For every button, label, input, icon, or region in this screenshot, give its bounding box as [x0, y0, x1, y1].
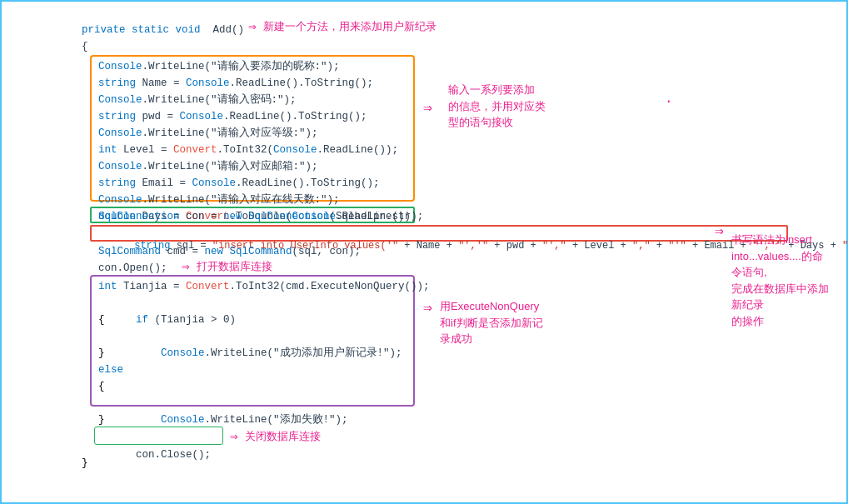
open-annotation-text: 打开数据库连接	[197, 259, 272, 274]
right-arrow-mid: ⇒	[423, 98, 432, 117]
method-header: private static void Add()	[82, 22, 244, 38]
brace-open: {	[82, 38, 88, 55]
sql-conn-line: SqlConnection con = new SqlConnection(Sq…	[98, 208, 423, 225]
top-annotation: 新建一个方法，用来添加用户新纪录	[263, 19, 436, 34]
exec-ann-bot: 录成功	[440, 331, 543, 347]
exec-ann-top: 用ExecuteNonQuery	[440, 298, 543, 315]
sqlcmd-line: SqlCommand cmd = new SqlCommand(sql, con…	[98, 243, 361, 260]
ann-bot-mid2: 完成在数据库中添加新纪录	[731, 281, 833, 313]
else-line: else	[98, 362, 123, 378]
method-arrow: ⇒ 新建一个方法，用来添加用户新纪录	[248, 18, 436, 35]
con-open-line: con.Open();	[98, 260, 167, 277]
exec-ann-mid: 和if判断是否添加新记	[440, 315, 543, 332]
code-lines-input: Console.WriteLine("请输入要添加的昵称:"); string …	[98, 58, 417, 225]
execute-annotation: 用ExecuteNonQuery 和if判断是否添加新记 录成功	[440, 298, 543, 347]
ann-bot-top: 书写语法为insert	[731, 232, 833, 248]
code-area: private static void Add() ⇒ 新建一个方法，用来添加用…	[15, 15, 833, 482]
execute-arrow: ⇒	[423, 298, 432, 317]
close-arrow-icon: ⇒	[230, 428, 238, 445]
brace4: {	[98, 378, 105, 395]
close-arrow: ⇒ 关闭数据库连接	[230, 428, 321, 445]
execute-line: int Tianjia = Convert.ToInt32(cmd.Execut…	[98, 278, 430, 295]
success-line: Console.WriteLine("成功添加用户新记录!");	[123, 328, 402, 378]
final-brace: }	[82, 455, 88, 472]
close-box	[94, 427, 223, 445]
brace5: }	[98, 412, 105, 428]
close-annotation-text: 关闭数据库连接	[245, 429, 321, 444]
ann-mid-mid: 的信息，并用对应类	[448, 98, 546, 115]
ann-bot-bot: 的操作	[731, 313, 833, 330]
sql-arrow: ⇒	[715, 222, 724, 240]
dot-decoration: ·	[665, 94, 673, 109]
brace2: {	[98, 312, 105, 328]
open-arrow: ⇒ 打开数据库连接	[182, 258, 272, 275]
open-arrow-icon: ⇒	[182, 258, 190, 275]
middle-annotation: 输入一系列要添加 的信息，并用对应类 型的语句接收	[448, 82, 546, 131]
ann-bot-mid: into...values....的命令语句,	[731, 248, 833, 281]
brace3: }	[98, 345, 105, 362]
bottom-right-annotation: 书写语法为insert into...values....的命令语句, 完成在数…	[731, 232, 833, 329]
arrow-icon: ⇒	[248, 18, 257, 35]
ann-mid-top: 输入一系列要添加	[448, 82, 546, 98]
main-container: private static void Add() ⇒ 新建一个方法，用来添加用…	[0, 0, 848, 504]
ann-mid-bot: 型的语句接收	[448, 114, 546, 131]
